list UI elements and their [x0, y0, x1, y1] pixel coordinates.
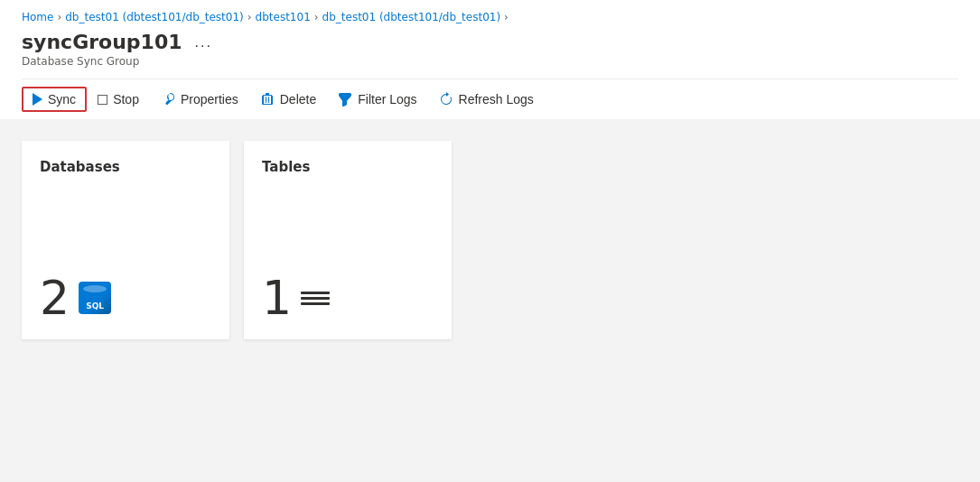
stop-button[interactable]: Stop: [87, 87, 150, 112]
page-header: syncGroup101 ...: [22, 31, 958, 53]
wrench-icon: [161, 92, 175, 107]
play-icon: [33, 93, 42, 106]
breadcrumb-separator-2: ›: [247, 11, 252, 23]
filter-logs-button[interactable]: Filter Logs: [327, 87, 427, 112]
breadcrumb-db-test01-2[interactable]: db_test01 (dbtest101/db_test01): [322, 11, 501, 23]
table-line-3: [301, 302, 330, 305]
tables-card-bottom: 1: [262, 274, 434, 321]
properties-button[interactable]: Properties: [150, 87, 249, 112]
sync-button[interactable]: Sync: [22, 87, 87, 112]
sql-icon: SQL: [79, 282, 111, 314]
databases-card-title: Databases: [40, 159, 211, 175]
delete-button[interactable]: Delete: [249, 87, 327, 112]
refresh-logs-label: Refresh Logs: [459, 92, 534, 107]
tables-count: 1: [262, 274, 292, 321]
filter-icon: [338, 92, 352, 107]
databases-card-bottom: 2 SQL: [40, 274, 211, 321]
tables-icon: [301, 292, 330, 305]
breadcrumb-dbtest101[interactable]: dbtest101: [256, 11, 311, 23]
sync-label: Sync: [48, 92, 76, 107]
breadcrumb-db-test01-1[interactable]: db_test01 (dbtest101/db_test01): [65, 11, 244, 23]
trash-icon: [260, 92, 275, 107]
page-title: syncGroup101: [22, 31, 182, 53]
tables-card-title: Tables: [262, 159, 434, 175]
top-area: Home › db_test01 (dbtest101/db_test01) ›…: [0, 0, 980, 119]
content-area: Databases 2 SQL Tables 1: [0, 119, 980, 435]
tables-card: Tables 1: [244, 141, 452, 339]
stop-label: Stop: [113, 92, 139, 107]
breadcrumb-separator-1: ›: [57, 11, 61, 23]
breadcrumb-separator-4: ›: [504, 11, 509, 23]
ellipsis-button[interactable]: ...: [190, 32, 218, 52]
table-line-2: [301, 297, 330, 300]
toolbar: Sync Stop Properties Delete: [22, 79, 958, 119]
refresh-icon: [439, 92, 453, 107]
breadcrumb-home[interactable]: Home: [22, 11, 53, 23]
delete-label: Delete: [280, 92, 316, 107]
breadcrumb-separator-3: ›: [314, 11, 319, 23]
filter-logs-label: Filter Logs: [358, 92, 416, 107]
properties-label: Properties: [181, 92, 238, 107]
page-subtitle: Database Sync Group: [22, 55, 958, 68]
stop-icon: [98, 95, 107, 105]
cards-row: Databases 2 SQL Tables 1: [22, 141, 958, 339]
databases-card: Databases 2 SQL: [22, 141, 229, 339]
databases-count: 2: [40, 274, 70, 321]
table-line-1: [301, 292, 330, 294]
breadcrumb: Home › db_test01 (dbtest101/db_test01) ›…: [22, 11, 958, 23]
refresh-logs-button[interactable]: Refresh Logs: [428, 87, 545, 112]
